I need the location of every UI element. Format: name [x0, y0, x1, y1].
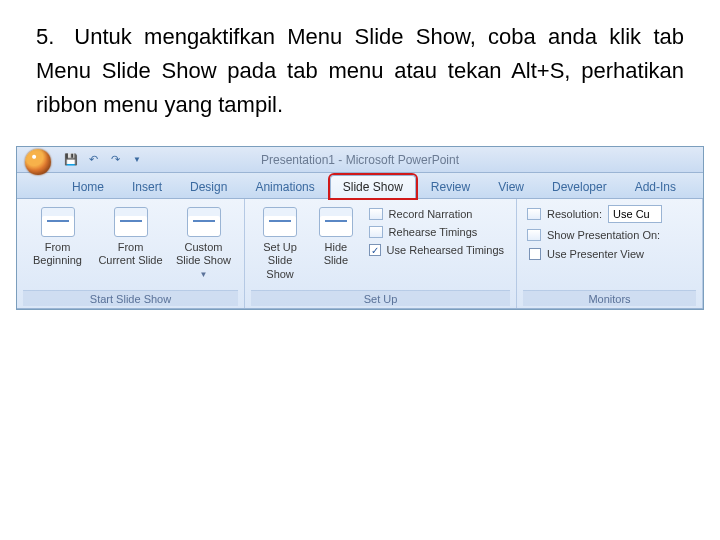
redo-icon[interactable]: ↷ — [107, 152, 123, 168]
tab-addins[interactable]: Add-Ins — [622, 175, 689, 198]
record-narration-label: Record Narration — [389, 208, 473, 220]
tab-slide-show[interactable]: Slide Show — [330, 175, 416, 198]
from-current-slide-icon — [114, 207, 148, 237]
tab-view[interactable]: View — [485, 175, 537, 198]
office-button[interactable] — [25, 149, 51, 175]
rehearse-timings-button[interactable]: Rehearse Timings — [367, 225, 506, 239]
tab-developer[interactable]: Developer — [539, 175, 620, 198]
from-beginning-icon — [41, 207, 75, 237]
chevron-down-icon: ▼ — [200, 270, 208, 280]
resolution-row: Resolution: — [527, 205, 692, 223]
hide-slide-button[interactable]: Hide Slide — [313, 205, 358, 267]
tab-home[interactable]: Home — [59, 175, 117, 198]
checkbox-unchecked-icon — [529, 248, 541, 260]
save-icon[interactable]: 💾 — [63, 152, 79, 168]
show-on-icon — [527, 229, 541, 241]
use-presenter-view-checkbox[interactable]: Use Presenter View — [527, 247, 692, 261]
rehearse-timings-label: Rehearse Timings — [389, 226, 478, 238]
use-rehearsed-timings-checkbox[interactable]: ✓ Use Rehearsed Timings — [367, 243, 506, 257]
resolution-dropdown[interactable] — [608, 205, 662, 223]
instruction-text: 5. Untuk mengaktifkan Menu Slide Show, c… — [0, 0, 720, 146]
show-on-label: Show Presentation On: — [547, 229, 660, 241]
custom-slide-show-label: Custom Slide Show — [171, 241, 236, 267]
instruction-number: 5. — [36, 20, 62, 54]
group-label-setup: Set Up — [251, 290, 510, 306]
window-title: Presentation1 - Microsoft PowerPoint — [261, 153, 459, 167]
from-beginning-button[interactable]: From Beginning — [23, 205, 92, 267]
group-set-up: Set Up Slide Show Hide Slide Record Narr… — [245, 199, 517, 308]
custom-slide-show-icon — [187, 207, 221, 237]
group-start-slide-show: From Beginning From Current Slide Custom… — [17, 199, 245, 308]
tab-animations[interactable]: Animations — [242, 175, 327, 198]
hide-slide-label: Hide Slide — [315, 241, 356, 267]
show-on-row: Show Presentation On: — [527, 229, 692, 241]
group-label-monitors: Monitors — [523, 290, 696, 306]
use-rehearsed-timings-label: Use Rehearsed Timings — [387, 244, 504, 256]
tab-review[interactable]: Review — [418, 175, 483, 198]
undo-icon[interactable]: ↶ — [85, 152, 101, 168]
set-up-slide-show-icon — [263, 207, 297, 237]
ribbon: From Beginning From Current Slide Custom… — [17, 199, 703, 309]
set-up-slide-show-button[interactable]: Set Up Slide Show — [251, 205, 309, 281]
qat-customize-icon[interactable]: ▼ — [129, 152, 145, 168]
checkbox-checked-icon: ✓ — [369, 244, 381, 256]
instruction-body: Untuk mengaktifkan Menu Slide Show, coba… — [36, 24, 684, 117]
titlebar: 💾 ↶ ↷ ▼ Presentation1 - Microsoft PowerP… — [17, 147, 703, 173]
record-narration-button[interactable]: Record Narration — [367, 207, 506, 221]
custom-slide-show-button[interactable]: Custom Slide Show ▼ — [169, 205, 238, 279]
tab-insert[interactable]: Insert — [119, 175, 175, 198]
group-label-start: Start Slide Show — [23, 290, 238, 306]
resolution-label: Resolution: — [547, 208, 602, 220]
use-presenter-view-label: Use Presenter View — [547, 248, 644, 260]
quick-access-toolbar: 💾 ↶ ↷ ▼ — [63, 152, 145, 168]
powerpoint-window: 💾 ↶ ↷ ▼ Presentation1 - Microsoft PowerP… — [16, 146, 704, 310]
resolution-icon — [527, 208, 541, 220]
from-current-slide-label: From Current Slide — [98, 241, 163, 267]
from-beginning-label: From Beginning — [25, 241, 90, 267]
from-current-slide-button[interactable]: From Current Slide — [96, 205, 165, 267]
set-up-slide-show-label: Set Up Slide Show — [253, 241, 307, 281]
group-monitors: Resolution: Show Presentation On: Use Pr… — [517, 199, 703, 308]
setup-options: Record Narration Rehearse Timings ✓ Use … — [363, 205, 510, 259]
ribbon-tabs: Home Insert Design Animations Slide Show… — [17, 173, 703, 199]
tab-design[interactable]: Design — [177, 175, 240, 198]
rehearse-timings-icon — [369, 226, 383, 238]
record-narration-icon — [369, 208, 383, 220]
hide-slide-icon — [319, 207, 353, 237]
